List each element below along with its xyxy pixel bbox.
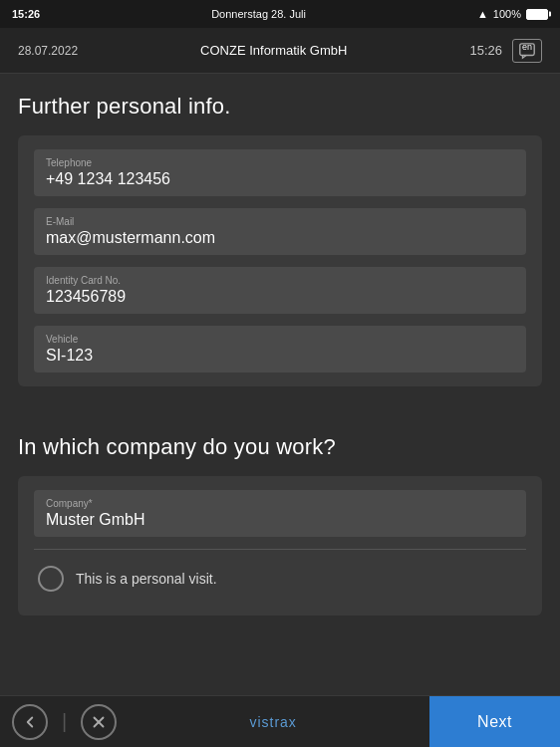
language-button[interactable]: en	[512, 39, 542, 63]
back-button[interactable]	[12, 704, 48, 740]
identity-value: 123456789	[46, 288, 514, 306]
vehicle-group: Vehicle SI-123	[34, 326, 526, 373]
header-time: 15:26	[469, 43, 502, 58]
company-group: Company* Muster GmbH	[34, 490, 526, 537]
email-field[interactable]: E-Mail max@mustermann.com	[34, 208, 526, 255]
main-content: Further personal info. Telephone +49 123…	[0, 74, 560, 695]
identity-group: Identity Card No. 123456789	[34, 267, 526, 314]
vehicle-label: Vehicle	[46, 334, 514, 345]
email-value: max@mustermann.com	[46, 229, 514, 247]
wifi-icon: ▲	[477, 8, 488, 20]
company-label: Company*	[46, 498, 514, 509]
battery-icon	[526, 9, 548, 20]
chevron-left-icon	[21, 713, 39, 731]
company-field[interactable]: Company* Muster GmbH	[34, 490, 526, 537]
header-right: 15:26 en	[469, 39, 542, 63]
radio-label: This is a personal visit.	[76, 571, 217, 587]
vehicle-field[interactable]: Vehicle SI-123	[34, 326, 526, 373]
status-time: 15:26	[12, 8, 40, 20]
section1-title: Further personal info.	[18, 94, 542, 120]
header-bar: 28.07.2022 CONZE Informatik GmbH 15:26 e…	[0, 28, 560, 74]
personal-info-card: Telephone +49 1234 123456 E-Mail max@mus…	[18, 135, 542, 386]
personal-visit-radio[interactable]: This is a personal visit.	[34, 556, 526, 602]
telephone-group: Telephone +49 1234 123456	[34, 149, 526, 196]
bottom-left: |	[12, 704, 117, 740]
bottom-bar: | vistrax Next	[0, 695, 560, 747]
radio-circle	[38, 566, 64, 592]
identity-field[interactable]: Identity Card No. 123456789	[34, 267, 526, 314]
header-date: 28.07.2022	[18, 44, 78, 58]
company-value: Muster GmbH	[46, 511, 514, 529]
telephone-value: +49 1234 123456	[46, 170, 514, 188]
email-group: E-Mail max@mustermann.com	[34, 208, 526, 255]
status-day: Donnerstag 28. Juli	[211, 8, 306, 20]
separator: |	[62, 710, 67, 733]
divider	[34, 549, 526, 550]
company-card: Company* Muster GmbH This is a personal …	[18, 476, 542, 616]
identity-label: Identity Card No.	[46, 275, 514, 286]
close-button[interactable]	[81, 704, 117, 740]
brand-label: vistrax	[249, 714, 296, 730]
vehicle-value: SI-123	[46, 347, 514, 365]
telephone-label: Telephone	[46, 157, 514, 168]
next-button[interactable]: Next	[429, 696, 560, 748]
status-right: ▲ 100%	[477, 8, 548, 20]
telephone-field[interactable]: Telephone +49 1234 123456	[34, 149, 526, 196]
close-icon	[90, 713, 108, 731]
battery-percent: 100%	[493, 8, 521, 20]
lang-label: en	[522, 42, 532, 52]
section2-title: In which company do you work?	[18, 434, 542, 460]
header-company: CONZE Informatik GmbH	[200, 43, 347, 58]
email-label: E-Mail	[46, 216, 514, 227]
status-bar: 15:26 Donnerstag 28. Juli ▲ 100%	[0, 0, 560, 28]
